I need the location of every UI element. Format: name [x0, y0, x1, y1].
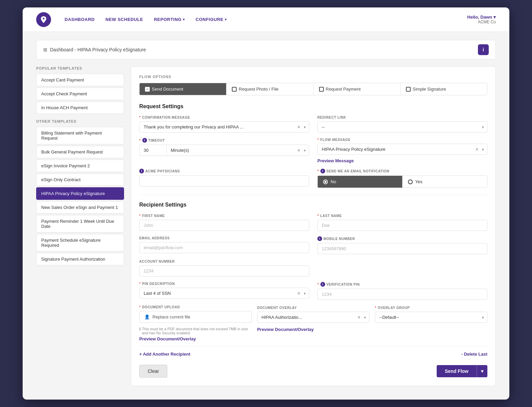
mobile-help-icon[interactable]: i — [317, 236, 322, 241]
document-overlay-label: DOCUMENT OVERLAY — [257, 306, 370, 310]
required-star-5: * — [139, 214, 141, 218]
overlay-clear-icon[interactable]: ✕ — [357, 315, 361, 320]
flow-message-clear-icon[interactable]: ✕ — [475, 147, 479, 152]
sidebar-item-billing-statement[interactable]: Billing Statement with Payment Request — [36, 127, 124, 144]
mobile-label: i MOBILE NUMBER — [317, 236, 487, 241]
document-overlay-select-wrapper: HIPAA Authorizatio... ✕ ▾ — [257, 312, 370, 323]
send-document-checkbox-icon — [145, 87, 150, 92]
mobile-input[interactable] — [317, 243, 487, 254]
preview-message-link[interactable]: Preview Message — [317, 158, 487, 163]
verification-pin-input[interactable] — [317, 289, 487, 300]
required-star-8: * — [317, 283, 319, 286]
sidebar-item-bulk-general[interactable]: Bulk General Payment Request — [36, 146, 124, 158]
timeout-input[interactable] — [139, 145, 166, 156]
acme-help-icon[interactable]: i — [139, 169, 144, 173]
sidebar-item-hipaa[interactable]: HIPAA Privacy Policy eSignature — [36, 187, 124, 200]
acme-label: i ACME PHYSICIANS — [139, 169, 309, 173]
timeout-unit-select[interactable]: Minute(s) — [166, 145, 309, 156]
breadcrumb: ⊞ Dashboard - HIPAA Privacy Policy eSign… — [43, 47, 146, 52]
request-settings-title: Request Settings — [139, 103, 487, 110]
sidebar-item-esign-contract[interactable]: eSign Only Contract — [36, 173, 124, 186]
radio-no-icon — [323, 179, 328, 184]
info-button[interactable]: i — [478, 44, 489, 55]
document-overlay-field: DOCUMENT OVERLAY HIPAA Authorizatio... ✕… — [257, 306, 370, 323]
timeout-help-icon[interactable]: i — [142, 138, 147, 143]
document-overlay-select[interactable]: HIPAA Authorizatio... — [257, 312, 370, 323]
redirect-label: REDIRECT LINK — [317, 116, 487, 119]
send-flow-button[interactable]: Send Flow — [437, 365, 477, 377]
email-input[interactable] — [139, 242, 309, 253]
sidebar-item-in-house-ach[interactable]: In House ACH Payment — [36, 101, 124, 114]
request-photo-checkbox-icon — [232, 87, 237, 92]
file-upload-button[interactable]: 👤 Replace current file — [139, 311, 252, 323]
required-star-3: * — [317, 138, 319, 142]
flow-option-request-photo[interactable]: Request Photo / File — [226, 83, 313, 95]
add-recipient-link[interactable]: + Add Another Recipient — [139, 352, 190, 357]
first-name-label: * FIRST NAME — [139, 214, 309, 218]
flow-options-bar: Send Document Request Photo / File Reque… — [139, 83, 487, 95]
email-no-option[interactable]: No — [318, 176, 403, 188]
mobile-number-field: i MOBILE NUMBER — [317, 236, 487, 254]
first-name-input[interactable] — [139, 220, 309, 231]
nav-user[interactable]: Hello, Dawn ▾ ACME Co — [467, 15, 496, 24]
required-star-10: * — [375, 306, 377, 310]
send-flow-dropdown-button[interactable]: ▾ — [477, 365, 487, 377]
pin-clear-icon[interactable]: ✕ — [297, 291, 300, 296]
flow-message-select[interactable]: HIPAA Privacy Policy eSignature — [317, 144, 487, 155]
sidebar-item-esign-invoice[interactable]: eSign Invoice Payment 2 — [36, 160, 124, 172]
confirmation-label: * CONFIRMATION MESSAGE — [139, 116, 309, 119]
account-label: ACCOUNT NUMBER — [139, 260, 309, 263]
delete-last-link[interactable]: - Delete Last — [461, 352, 487, 357]
account-input[interactable] — [139, 265, 309, 277]
nav-reporting[interactable]: REPORTING ▾ — [154, 17, 185, 22]
sidebar-item-payment-schedule[interactable]: Payment Schedule eSignature Required — [36, 234, 124, 252]
timeout-clear-icon[interactable]: ✕ — [297, 148, 300, 153]
confirmation-clear-icon[interactable]: ✕ — [297, 125, 300, 129]
nav-configure[interactable]: CONFIGURE ▾ — [196, 17, 227, 22]
sidebar-item-payment-reminder[interactable]: Payment Reminder 1 Week Until Due Date — [36, 215, 124, 233]
email-yes-option[interactable]: Yes — [403, 176, 487, 188]
confirmation-select[interactable]: Thank you for completing our Privacy and… — [139, 121, 309, 133]
pin-description-label: * PIN DESCRIPTION — [139, 282, 309, 286]
flow-option-simple-signature[interactable]: Simple Signature — [401, 83, 487, 95]
clear-button[interactable]: Clear — [139, 365, 167, 378]
sidebar-item-signature-payment[interactable]: Signature Payment Authorization — [36, 253, 124, 265]
send-email-help-icon[interactable]: i — [320, 169, 325, 173]
first-name-field: * FIRST NAME — [139, 214, 309, 231]
pin-description-select-wrapper: Last 4 of SSN ✕ ▾ — [139, 288, 309, 299]
sidebar-item-new-sales[interactable]: New Sales Order eSign and Payment 1 — [36, 201, 124, 214]
redirect-select-wrapper: -- ▾ — [317, 121, 487, 133]
timeout-unit-wrapper: Minute(s) ✕ ▾ — [166, 145, 309, 156]
flow-message-field: * FLOW MESSAGE HIPAA Privacy Policy eSig… — [317, 138, 487, 163]
dashboard-icon: ⊞ — [43, 47, 47, 52]
acme-input[interactable] — [139, 175, 309, 187]
last-name-field: * LAST NAME — [317, 214, 487, 231]
nav-new-schedule[interactable]: NEW SCHEDULE — [105, 17, 143, 22]
radio-yes-icon — [408, 179, 413, 184]
email-address-field: EMAIL ADDRESS — [139, 236, 309, 254]
timeout-row: Minute(s) ✕ ▾ — [139, 145, 309, 156]
reporting-chevron-icon: ▾ — [183, 18, 185, 21]
preview-overlay-link[interactable]: Preview Document/Overlay — [257, 327, 314, 332]
overlay-group-select-wrapper: --Default-- ▾ — [375, 312, 487, 323]
popular-templates-title: POPULAR TEMPLATES — [36, 66, 124, 70]
top-nav: DASHBOARD NEW SCHEDULE REPORTING ▾ CONFI… — [23, 7, 509, 32]
last-name-input[interactable] — [317, 220, 487, 231]
sidebar-item-accept-card[interactable]: Accept Card Payment — [36, 74, 124, 86]
acme-physicians-field: i ACME PHYSICIANS — [139, 169, 309, 188]
overlay-group-select[interactable]: --Default-- — [375, 312, 487, 323]
preview-document-link[interactable]: Preview Document/Overlay — [139, 336, 196, 341]
hint-help-icon: ℹ — [139, 327, 141, 331]
redirect-select[interactable]: -- — [317, 121, 487, 133]
user-chevron-icon: ▾ — [493, 15, 496, 20]
verification-help-icon[interactable]: i — [320, 282, 325, 287]
flow-option-send-document[interactable]: Send Document — [140, 83, 226, 95]
flow-option-request-payment[interactable]: Request Payment — [314, 83, 401, 95]
logo[interactable] — [36, 12, 51, 27]
pin-description-select[interactable]: Last 4 of SSN — [139, 288, 309, 299]
user-company: ACME Co — [467, 20, 496, 24]
sidebar-item-accept-check[interactable]: Accept Check Payment — [36, 88, 124, 100]
upload-hint: ℹ This must be a PDF document that does … — [139, 327, 252, 335]
nav-dashboard[interactable]: DASHBOARD — [65, 17, 95, 22]
send-flow-wrapper: Send Flow ▾ — [437, 365, 487, 377]
